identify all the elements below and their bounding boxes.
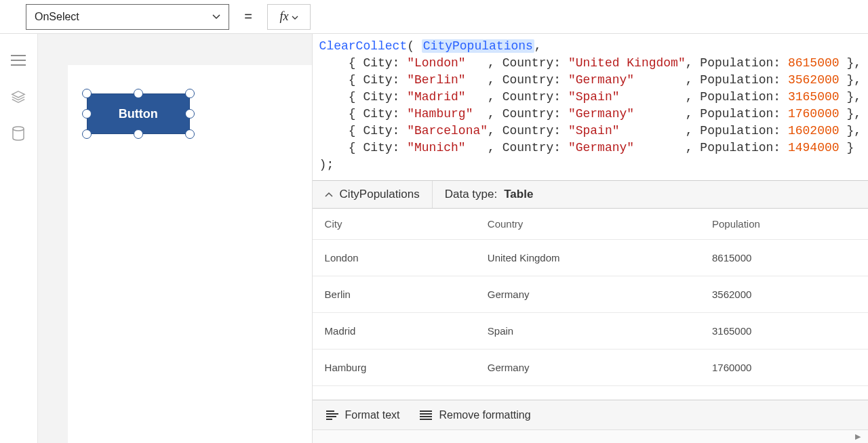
- property-selector[interactable]: OnSelect: [26, 4, 229, 30]
- chevron-down-icon: [292, 13, 298, 21]
- resize-handle[interactable]: [82, 109, 92, 119]
- resize-handle[interactable]: [185, 109, 195, 119]
- resize-handle[interactable]: [82, 129, 92, 139]
- resize-handle[interactable]: [134, 89, 143, 98]
- result-collection-segment[interactable]: CityPopulations: [313, 181, 433, 208]
- table-column-header[interactable]: Country: [475, 209, 700, 240]
- table-cell: Germany: [475, 276, 700, 313]
- table-cell: Hamburg: [313, 350, 475, 386]
- table-cell: 8615000: [700, 240, 868, 276]
- table-cell: Madrid: [313, 313, 475, 350]
- database-icon[interactable]: [11, 126, 26, 141]
- hamburger-icon[interactable]: [11, 53, 26, 68]
- result-table: CityCountryPopulation LondonUnited Kingd…: [313, 209, 868, 400]
- main-area: Button ClearCollect( CityPopulations, { …: [0, 34, 868, 443]
- table-cell: Spain: [475, 386, 700, 400]
- scroll-right-arrow[interactable]: ▶: [852, 432, 864, 442]
- left-rail: [0, 34, 38, 443]
- app-canvas[interactable]: Button: [68, 65, 312, 443]
- resize-handle[interactable]: [82, 89, 92, 98]
- table-row[interactable]: LondonUnited Kingdom8615000: [313, 240, 868, 276]
- table-cell: 1602000: [700, 386, 868, 400]
- formula-toolbar: OnSelect = fx: [0, 0, 868, 34]
- table-row[interactable]: BerlinGermany3562000: [313, 276, 868, 313]
- table-cell: London: [313, 240, 475, 276]
- table-cell: Spain: [475, 313, 700, 350]
- table-row[interactable]: HamburgGermany1760000: [313, 350, 868, 386]
- remove-formatting-icon: [420, 410, 432, 420]
- resize-handle[interactable]: [185, 89, 195, 98]
- datatype-label: Data type:: [445, 188, 498, 201]
- equals-symbol: =: [229, 9, 267, 24]
- table-cell: Germany: [475, 350, 700, 386]
- formula-footer-bar: Format text Remove formatting: [313, 400, 868, 429]
- table-cell: 3562000: [700, 276, 868, 313]
- formula-detail-panel: ClearCollect( CityPopulations, { City: "…: [312, 34, 868, 443]
- table-header-row: CityCountryPopulation: [313, 209, 868, 240]
- chevron-down-icon: [212, 14, 220, 20]
- selected-control[interactable]: Button: [87, 93, 190, 134]
- format-text-icon: [326, 410, 338, 420]
- table-cell: Barcelona: [313, 386, 475, 400]
- datatype-value: Table: [504, 188, 533, 201]
- canvas-area[interactable]: Button: [38, 34, 312, 443]
- chevron-up-icon: [325, 190, 333, 199]
- canvas-button[interactable]: Button: [87, 93, 190, 134]
- table-row[interactable]: BarcelonaSpain1602000: [313, 386, 868, 400]
- fx-button[interactable]: fx: [267, 4, 311, 30]
- format-text-button[interactable]: Format text: [326, 409, 400, 421]
- svg-point-0: [13, 127, 24, 131]
- result-datatype-segment: Data type: Table: [433, 181, 546, 208]
- format-text-label: Format text: [345, 409, 400, 421]
- table-cell: Berlin: [313, 276, 475, 313]
- remove-formatting-label: Remove formatting: [439, 409, 530, 421]
- fx-label: fx: [280, 9, 289, 24]
- result-header-bar: CityPopulations Data type: Table: [313, 180, 868, 209]
- formula-editor[interactable]: ClearCollect( CityPopulations, { City: "…: [313, 34, 868, 180]
- table-column-header[interactable]: Population: [700, 209, 868, 240]
- resize-handle[interactable]: [185, 129, 195, 139]
- resize-handle[interactable]: [134, 129, 143, 139]
- remove-formatting-button[interactable]: Remove formatting: [420, 409, 530, 421]
- property-selector-value: OnSelect: [35, 11, 79, 23]
- table-cell: United Kingdom: [475, 240, 700, 276]
- result-table-wrap[interactable]: CityCountryPopulation LondonUnited Kingd…: [313, 209, 868, 400]
- result-collection-name: CityPopulations: [340, 188, 420, 201]
- canvas-button-label: Button: [119, 107, 158, 121]
- table-row[interactable]: MadridSpain3165000: [313, 313, 868, 350]
- horizontal-scrollbar[interactable]: ▶: [313, 429, 868, 443]
- table-cell: 3165000: [700, 313, 868, 350]
- table-column-header[interactable]: City: [313, 209, 475, 240]
- layers-icon[interactable]: [11, 89, 26, 104]
- table-cell: 1760000: [700, 350, 868, 386]
